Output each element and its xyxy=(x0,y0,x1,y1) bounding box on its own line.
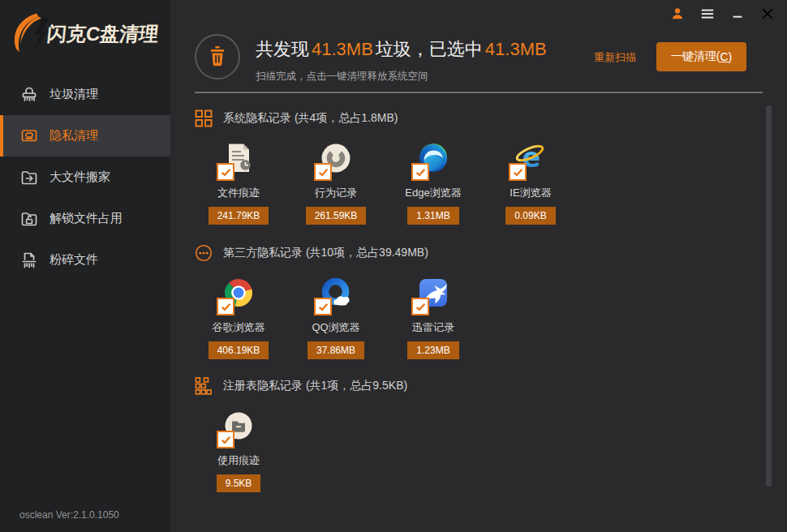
sidebar-item-1[interactable]: 隐私清理 xyxy=(0,115,170,157)
app-logo: 闪克C盘清理 xyxy=(10,11,158,57)
scan-summary-subtitle: 扫描完成，点击一键清理释放系统空间 xyxy=(256,70,549,84)
sidebar-item-label: 解锁文件占用 xyxy=(49,211,123,226)
item-label: 文件痕迹 xyxy=(217,186,260,200)
sidebar-item-label: 垃圾清理 xyxy=(49,87,98,102)
close-icon xyxy=(760,6,775,24)
item-label: Edge浏览器 xyxy=(405,186,461,200)
privacy-item[interactable]: 使用痕迹9.5KB xyxy=(190,410,287,492)
privacy-item[interactable]: 迅雷记录1.23MB xyxy=(385,277,482,359)
app-title: 闪克C盘清理 xyxy=(45,21,160,47)
privacy-item[interactable]: QQ浏览器37.86MB xyxy=(287,277,385,359)
titlebar-controls xyxy=(669,7,776,24)
item-label: 行为记录 xyxy=(315,186,357,200)
vertical-scrollbar-thumb[interactable] xyxy=(766,105,772,487)
sidebar-menu: 垃圾清理隐私清理大文件搬家解锁文件占用粉碎文件 xyxy=(0,74,170,281)
item-label: QQ浏览器 xyxy=(312,320,359,335)
shredder-icon xyxy=(19,251,39,270)
clean-button-hotkey: C xyxy=(720,50,728,63)
section-items: 使用痕迹9.5KB xyxy=(190,410,787,492)
sidebar-item-label: 隐私清理 xyxy=(49,128,98,144)
main-panel: 共发现41.3MB垃圾，已选中41.3MB 扫描完成，点击一键清理释放系统空间 … xyxy=(170,0,787,532)
scan-summary-title: 共发现41.3MB垃圾，已选中41.3MB xyxy=(256,37,549,62)
minimize-icon xyxy=(730,6,745,24)
privacy-item[interactable]: eIE浏览器0.09KB xyxy=(482,142,579,225)
privacy-sections: 系统隐私记录 (共4项，总占1.8MB)文件痕迹241.79KB行为记录261.… xyxy=(170,93,787,532)
item-checkbox[interactable] xyxy=(411,298,429,315)
item-size-badge: 9.5KB xyxy=(217,474,261,492)
sidebar-item-0[interactable]: 垃圾清理 xyxy=(0,74,170,115)
item-checkbox[interactable] xyxy=(217,431,234,448)
found-size-value: 41.3MB xyxy=(312,39,373,59)
hamburger-icon xyxy=(700,6,715,24)
section-title: 系统隐私记录 (共4项，总占1.8MB) xyxy=(223,111,398,126)
account-button[interactable] xyxy=(669,7,686,24)
item-checkbox[interactable] xyxy=(217,163,234,181)
item-size-badge: 37.86MB xyxy=(307,341,364,359)
privacy-item[interactable]: Edge浏览器1.31MB xyxy=(385,142,482,225)
sidebar-item-4[interactable]: 粉碎文件 xyxy=(0,239,170,281)
sidebar-item-label: 大文件搬家 xyxy=(49,169,110,185)
app-window: 闪克C盘清理 垃圾清理隐私清理大文件搬家解锁文件占用粉碎文件 osclean V… xyxy=(0,0,787,532)
privacy-item[interactable]: 谷歌浏览器406.19KB xyxy=(190,277,287,359)
grid-icon xyxy=(195,109,213,128)
item-size-badge: 0.09KB xyxy=(505,207,555,225)
summary-prefix: 共发现 xyxy=(256,39,309,59)
item-size-badge: 1.23MB xyxy=(407,341,458,359)
sidebar-item-label: 粉碎文件 xyxy=(49,252,98,268)
sidebar: 闪克C盘清理 垃圾清理隐私清理大文件搬家解锁文件占用粉碎文件 osclean V… xyxy=(0,0,170,532)
folder-unlock-icon xyxy=(19,209,39,229)
item-label: 谷歌浏览器 xyxy=(213,320,265,335)
close-button[interactable] xyxy=(759,7,776,24)
section-items: 谷歌浏览器406.19KBQQ浏览器37.86MB迅雷记录1.23MB xyxy=(190,277,787,359)
item-checkbox[interactable] xyxy=(217,298,234,315)
sidebar-item-2[interactable]: 大文件搬家 xyxy=(0,157,170,198)
section-items: 文件痕迹241.79KB行为记录261.59KBEdge浏览器1.31MBeIE… xyxy=(190,142,787,225)
ellipsis-circle-icon xyxy=(195,243,213,263)
clean-button-label-suffix: ) xyxy=(729,50,733,63)
selected-size-value: 41.3MB xyxy=(485,39,547,59)
item-label: 迅雷记录 xyxy=(412,320,454,335)
flame-logo-icon xyxy=(10,11,52,57)
minimize-button[interactable] xyxy=(729,7,746,24)
privacy-section: 注册表隐私记录 (共1项，总占9.5KB)使用痕迹9.5KB xyxy=(190,377,787,492)
privacy-item[interactable]: 文件痕迹241.79KB xyxy=(190,142,287,225)
user-icon xyxy=(670,6,685,24)
item-size-badge: 261.59KB xyxy=(306,207,367,225)
menu-button[interactable] xyxy=(699,7,716,24)
privacy-section: 第三方隐私记录 (共10项，总占39.49MB)谷歌浏览器406.19KBQQ浏… xyxy=(190,244,787,359)
rescan-link[interactable]: 重新扫描 xyxy=(594,50,636,65)
sidebar-item-3[interactable]: 解锁文件占用 xyxy=(0,198,170,239)
clean-button[interactable]: 一键清理(C) xyxy=(656,42,746,71)
section-title: 注册表隐私记录 (共1项，总占9.5KB) xyxy=(223,379,407,393)
item-checkbox[interactable] xyxy=(509,163,527,181)
item-size-badge: 1.31MB xyxy=(407,207,458,225)
broom-icon xyxy=(19,85,39,105)
privacy-section: 系统隐私记录 (共4项，总占1.8MB)文件痕迹241.79KB行为记录261.… xyxy=(190,109,787,225)
summary-middle: 垃圾，已选中 xyxy=(376,39,483,59)
item-checkbox[interactable] xyxy=(314,298,332,315)
version-label: osclean Ver:2.1.0.1050 xyxy=(19,509,119,521)
item-size-badge: 241.79KB xyxy=(209,207,269,225)
clean-button-label: 一键清理( xyxy=(671,49,720,64)
registry-grid-icon xyxy=(195,376,213,396)
item-checkbox[interactable] xyxy=(314,163,332,181)
folder-move-icon xyxy=(19,168,39,187)
section-title: 第三方隐私记录 (共10项，总占39.49MB) xyxy=(223,246,428,260)
item-checkbox[interactable] xyxy=(411,163,429,181)
item-label: 使用痕迹 xyxy=(217,453,260,468)
item-size-badge: 406.19KB xyxy=(209,341,269,359)
privacy-monitor-icon xyxy=(19,127,39,146)
item-label: IE浏览器 xyxy=(510,186,551,200)
privacy-item[interactable]: 行为记录261.59KB xyxy=(287,142,385,225)
trash-summary-icon xyxy=(195,34,240,79)
